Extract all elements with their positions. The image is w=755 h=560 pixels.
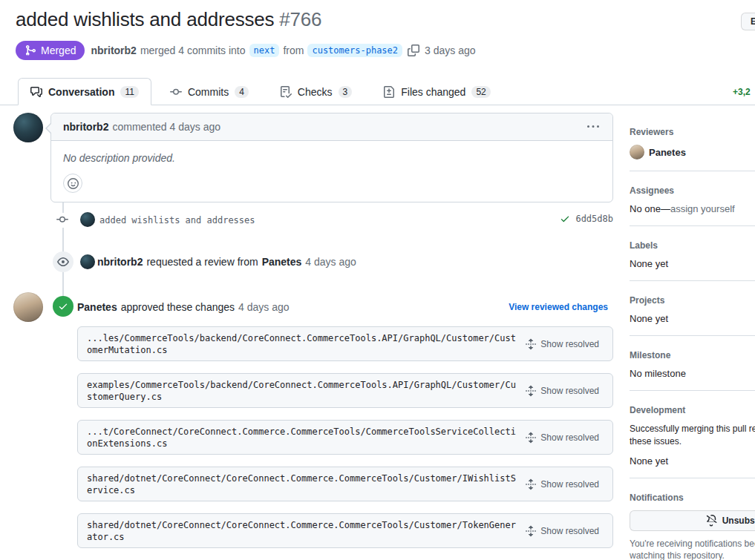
- review-requested-text: nbritorb2 requested a review from Panete…: [97, 256, 356, 268]
- milestone-empty-state: No milestone: [630, 368, 755, 379]
- comment-discussion-icon: [30, 86, 42, 98]
- unfold-icon: [525, 432, 537, 444]
- tab-conversation-label: Conversation: [48, 86, 114, 98]
- git-commit-icon: [170, 86, 182, 98]
- bell-slash-icon: [706, 515, 718, 527]
- avatar[interactable]: [80, 212, 95, 227]
- merged-time: 3 days ago: [425, 45, 476, 56]
- pr-header: added wishlists and addresses #766: [16, 8, 755, 31]
- show-resolved-button[interactable]: Show resolved: [520, 337, 604, 351]
- kebab-icon: [587, 121, 599, 133]
- file-path[interactable]: shared/dotnet/CoreConnect/CoreConnect.Co…: [87, 519, 520, 543]
- page-title: added wishlists and addresses #766: [16, 8, 755, 31]
- notifications-note-line2: watching this repository.: [630, 550, 755, 560]
- eye-icon: [53, 251, 73, 272]
- unfold-icon: [525, 338, 537, 350]
- unfold-icon: [525, 478, 537, 490]
- tab-commits[interactable]: Commits 4: [157, 78, 261, 105]
- sidebar-section-reviewers: Reviewers Panetes: [630, 113, 755, 171]
- avatar[interactable]: [80, 254, 95, 269]
- tab-files-changed-label: Files changed: [401, 86, 465, 98]
- edit-title-button[interactable]: Edit: [741, 13, 755, 30]
- comment-options-button[interactable]: [586, 119, 601, 134]
- file-path[interactable]: ...t/CoreConnect/CoreConnect.Commerce.Co…: [87, 426, 520, 449]
- tab-commits-label: Commits: [188, 86, 229, 98]
- assignees-empty-state: No one—assign yourself: [630, 203, 755, 214]
- pr-sidebar: Reviewers Panetes Assignees No one—assig…: [630, 113, 755, 560]
- sidebar-section-assignees: Assignees No one—assign yourself: [630, 171, 755, 226]
- sidebar-section-notifications: Notifications Unsubscribe You're receivi…: [630, 478, 755, 560]
- development-empty-state: None yet: [630, 455, 755, 467]
- tab-files-changed[interactable]: Files changed 52: [370, 78, 503, 105]
- assignees-heading[interactable]: Assignees: [630, 185, 755, 196]
- event-action: requested a review from: [146, 256, 258, 268]
- reviewer-name: Panetes: [649, 147, 686, 158]
- commit-sha-link[interactable]: 6dd5d8b: [575, 214, 613, 224]
- conversation-timeline: nbritorb2 commented 4 days ago No descri…: [0, 113, 613, 558]
- unfold-icon: [525, 525, 537, 537]
- tab-files-changed-count: 52: [471, 86, 490, 98]
- labels-heading[interactable]: Labels: [630, 240, 755, 251]
- copy-branch-button[interactable]: [406, 45, 421, 56]
- commit-event: added wishlists and addresses 6dd5d8b: [0, 212, 613, 227]
- tab-checks-count: 3: [339, 86, 353, 98]
- merged-status-badge: Merged: [16, 41, 85, 60]
- from-text: from: [283, 45, 304, 56]
- development-heading: Development: [630, 405, 755, 415]
- assign-yourself-button[interactable]: assign yourself: [670, 203, 735, 214]
- notifications-heading: Notifications: [630, 493, 755, 503]
- approval-time: 4 days ago: [238, 301, 290, 313]
- check-icon[interactable]: [560, 214, 570, 224]
- view-reviewed-changes-link[interactable]: View reviewed changes: [509, 302, 608, 312]
- comment-author[interactable]: nbritorb2: [63, 121, 108, 133]
- sidebar-section-labels: Labels None yet: [630, 226, 755, 281]
- reviewers-heading[interactable]: Reviewers: [630, 127, 755, 137]
- labels-empty-state: None yet: [630, 258, 755, 269]
- tab-conversation[interactable]: Conversation 11: [18, 78, 151, 105]
- notifications-note: You're receiving notifications because y…: [630, 538, 755, 560]
- commit-status: 6dd5d8b: [560, 214, 613, 224]
- show-resolved-button[interactable]: Show resolved: [520, 478, 604, 491]
- approval-reviewer[interactable]: Panetes: [77, 301, 117, 313]
- resolved-file-row: examples/CommerceTools/backend/CoreConne…: [77, 373, 613, 408]
- event-reviewer[interactable]: Panetes: [262, 256, 302, 268]
- resolved-file-row: ...t/CoreConnect/CoreConnect.Commerce.Co…: [77, 420, 613, 455]
- no-one-text: No one—: [630, 203, 670, 214]
- diff-stat-additions: +3,2: [733, 87, 751, 97]
- show-resolved-button[interactable]: Show resolved: [520, 431, 604, 444]
- show-resolved-button[interactable]: Show resolved: [520, 524, 604, 538]
- event-author[interactable]: nbritorb2: [97, 256, 143, 268]
- show-resolved-label: Show resolved: [540, 526, 599, 536]
- resolved-file-row: shared/dotnet/CoreConnect/CoreConnect.Co…: [77, 513, 613, 548]
- tab-checks[interactable]: Checks 3: [267, 78, 365, 105]
- projects-heading[interactable]: Projects: [630, 295, 755, 306]
- file-path[interactable]: ...les/CommerceTools/backend/CoreConnect…: [87, 332, 520, 356]
- show-resolved-button[interactable]: Show resolved: [520, 384, 604, 398]
- add-reaction-button[interactable]: [63, 174, 82, 193]
- unsubscribe-button[interactable]: Unsubscribe: [630, 510, 755, 531]
- show-resolved-label: Show resolved: [540, 386, 599, 396]
- file-path[interactable]: examples/CommerceTools/backend/CoreConne…: [87, 379, 520, 403]
- pr-description-comment: nbritorb2 commented 4 days ago No descri…: [50, 113, 613, 202]
- avatar[interactable]: [13, 292, 43, 322]
- commit-message-link[interactable]: added wishlists and addresses: [99, 215, 255, 225]
- head-branch-label[interactable]: customers-phase2: [307, 44, 402, 57]
- unsubscribe-label: Unsubscribe: [722, 515, 755, 526]
- sidebar-section-projects: Projects None yet: [630, 281, 755, 336]
- approved-check-icon: [53, 296, 73, 317]
- pr-title-text: added wishlists and addresses: [16, 8, 274, 30]
- merge-action-text: merged 4 commits into: [140, 45, 246, 56]
- avatar[interactable]: [13, 113, 43, 142]
- base-branch-label[interactable]: next: [249, 44, 280, 57]
- merge-author[interactable]: nbritorb2: [91, 45, 136, 56]
- smiley-icon: [68, 178, 79, 189]
- unfold-icon: [525, 385, 537, 397]
- milestone-heading[interactable]: Milestone: [630, 350, 755, 360]
- tab-conversation-count: 11: [120, 86, 138, 98]
- pr-number: #766: [279, 8, 321, 30]
- file-path[interactable]: shared/dotnet/CoreConnect/CoreConnect.Co…: [87, 472, 520, 496]
- resolved-file-row: ...les/CommerceTools/backend/CoreConnect…: [77, 326, 613, 361]
- show-resolved-label: Show resolved: [540, 432, 599, 443]
- development-description-line1: Successfully merging this pull request m…: [630, 423, 755, 435]
- reviewer-item[interactable]: Panetes: [630, 145, 755, 159]
